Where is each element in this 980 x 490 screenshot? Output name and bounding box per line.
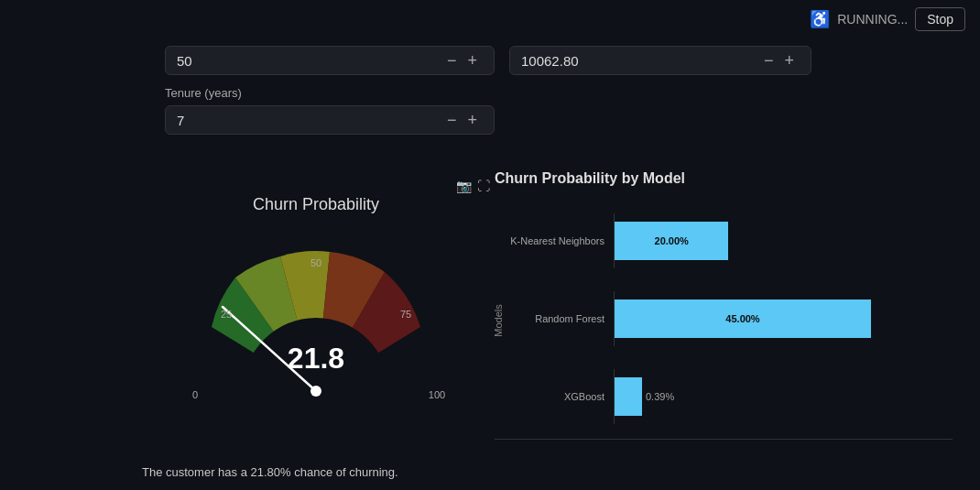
right-decrement-button[interactable]: − [758, 52, 779, 69]
svg-text:100: 100 [429, 389, 445, 400]
bar-row: Random Forest45.00% [495, 291, 953, 346]
header-bar: ♿ RUNNING... Stop [795, 0, 980, 38]
gauge-svg: 21.8 0 25 50 75 100 [160, 222, 472, 423]
gauge-photo-button[interactable]: 📷 [456, 179, 472, 193]
left-panel: 50 − + Tenure (years) 7 − + [165, 46, 495, 146]
bar-label: Random Forest [495, 313, 614, 324]
svg-point-3 [310, 386, 321, 397]
tenure-input-value: 7 [177, 113, 441, 128]
bar-row: K-Nearest Neighbors20.00% [495, 213, 953, 268]
right-input-row: 10062.80 − + [509, 46, 811, 75]
bar-row: XGBoost0.39% [495, 369, 953, 424]
bars-area: K-Nearest Neighbors20.00%Random Forest45… [495, 201, 953, 440]
chart-container: Churn Probability by Model Models K-Near… [495, 170, 953, 482]
top-decrement-button[interactable]: − [441, 52, 463, 69]
top-increment-button[interactable]: + [462, 52, 483, 69]
footer-text: The customer has a 21.80% chance of chur… [142, 465, 398, 479]
svg-text:75: 75 [400, 309, 411, 320]
bar-track: 0.39% [614, 369, 953, 424]
svg-text:21.8: 21.8 [288, 342, 344, 375]
top-input-value: 50 [177, 53, 441, 69]
gauge-container: 📷 ⛶ Churn Probability 21.8 0 25 50 75 [142, 179, 490, 453]
y-axis-label: Models [493, 304, 504, 336]
tenure-increment-button[interactable]: + [462, 112, 483, 128]
bar-fill [615, 377, 642, 416]
bar-track: 20.00% [614, 213, 953, 268]
gauge-title: Churn Probability [142, 195, 490, 214]
tenure-label: Tenure (years) [165, 86, 495, 100]
tenure-input-row: 7 − + [165, 105, 495, 135]
top-input-row: 50 − + [165, 46, 495, 75]
gauge-expand-button[interactable]: ⛶ [477, 179, 490, 193]
bar-label: XGBoost [495, 391, 614, 402]
bar-label: K-Nearest Neighbors [495, 235, 614, 246]
bar-fill: 20.00% [615, 222, 728, 260]
svg-text:25: 25 [221, 309, 232, 320]
running-icon: ♿ [810, 9, 830, 29]
bar-fill: 45.00% [615, 299, 871, 338]
svg-text:0: 0 [192, 389, 198, 400]
right-input-value: 10062.80 [521, 53, 758, 69]
right-increment-button[interactable]: + [779, 52, 800, 69]
bar-track: 45.00% [614, 291, 953, 346]
stop-button[interactable]: Stop [915, 7, 965, 31]
running-text: RUNNING... [837, 12, 908, 27]
chart-title: Churn Probability by Model [495, 170, 953, 187]
right-panel: 10062.80 − + [509, 46, 811, 86]
tenure-decrement-button[interactable]: − [441, 112, 463, 128]
svg-text:50: 50 [310, 257, 321, 268]
